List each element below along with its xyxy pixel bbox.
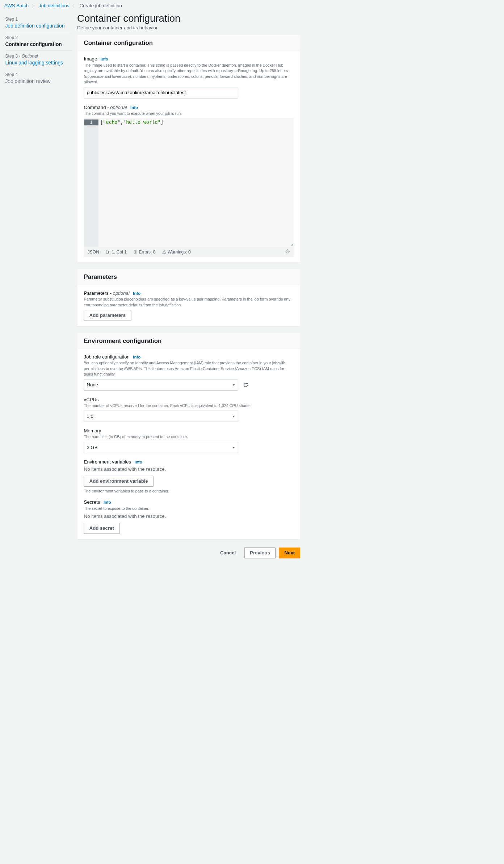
field-label: Parameters - optional [84,290,130,296]
info-link[interactable]: Info [135,460,142,465]
step-num: Step 3 - Optional [5,54,72,59]
info-link[interactable]: Info [101,57,108,62]
editor-settings-button[interactable] [285,249,290,255]
step-4: Step 4 Job definition review [5,69,72,87]
info-link[interactable]: Info [133,355,140,360]
add-env-var-button[interactable]: Add environment variable [84,476,154,487]
field-label: Command - optional [84,105,127,110]
field-label: Job role configuration [84,354,130,360]
editor-warnings: Warnings: 0 [162,249,190,255]
panel-title: Container configuration [84,39,294,46]
step-1: Step 1 Job definition configuration [5,14,72,32]
refresh-icon [243,382,249,388]
field-command: Command - optional Info The command you … [84,105,294,257]
field-desc: The secret to expose to the container. [84,506,294,511]
field-memory: Memory The hard limit (in GB) of memory … [84,428,294,453]
field-desc: The image used to start a container. Thi… [84,62,294,85]
step-3: Step 3 - Optional Linux and logging sett… [5,51,72,69]
info-link[interactable]: Info [133,291,140,296]
wizard-footer: Cancel Previous Next [77,546,300,560]
step-2: Step 2 Container configuration [5,32,72,51]
field-parameters: Parameters - optional Info Parameter sub… [84,290,294,321]
editor-statusbar: JSON Ln 1, Col 1 Errors: 0 Warnings: 0 [84,247,293,257]
previous-button[interactable]: Previous [244,548,276,558]
editor-cursor-pos: Ln 1, Col 1 [106,249,127,255]
panel-title: Parameters [84,274,294,281]
command-editor[interactable]: 1 ["echo","hello world"] ◢ JSON Ln 1, Co… [84,118,294,257]
editor-errors: Errors: 0 [133,249,156,255]
add-secret-button[interactable]: Add secret [84,523,119,534]
field-vcpus: vCPUs The number of vCPUs reserved for t… [84,397,294,422]
step-num: Step 4 [5,72,72,77]
page-subtitle: Define your container and its behavior [77,25,300,31]
step-title-current: Container configuration [5,42,72,47]
line-number: 1 [84,119,98,125]
step-title: Job definition review [5,79,72,84]
field-desc: The command you want to execute when you… [84,111,294,117]
empty-text: No items associated with the resource. [84,466,294,472]
breadcrumb-link[interactable]: AWS Batch [4,3,29,8]
breadcrumb-link[interactable]: Job definitions [39,3,69,8]
job-role-select[interactable]: None▼ [84,379,238,391]
step-link[interactable]: Linux and logging settings [5,60,63,66]
chevron-right-icon: 〉 [32,3,35,8]
field-label: Environment variables [84,459,131,465]
panel-parameters: Parameters Parameters - optional Info Pa… [77,269,300,326]
wizard-steps: Step 1 Job definition configuration Step… [2,12,75,560]
cancel-button[interactable]: Cancel [215,548,241,558]
add-parameters-button[interactable]: Add parameters [84,310,131,321]
field-desc: The hard limit (in GB) of memory to pres… [84,434,294,440]
warning-icon [162,250,166,254]
caret-down-icon: ▼ [232,383,235,387]
refresh-button[interactable] [243,382,249,388]
editor-content[interactable]: ["echo","hello world"] ◢ [98,119,293,247]
field-env-vars: Environment variables Info No items asso… [84,459,294,493]
editor-lang: JSON [88,249,99,255]
image-input[interactable] [84,87,238,98]
field-image: Image Info The image used to start a con… [84,56,294,98]
breadcrumb-current: Create job definition [80,3,122,8]
next-button[interactable]: Next [279,548,301,558]
caret-down-icon: ▼ [232,446,235,449]
memory-select[interactable]: 2 GB▼ [84,442,238,453]
vcpus-select[interactable]: 1.0▼ [84,411,238,422]
gear-icon [285,249,290,253]
chevron-right-icon: 〉 [73,3,76,8]
resize-handle-icon[interactable]: ◢ [291,242,293,246]
field-desc: Parameter substitution placeholders are … [84,297,294,308]
caret-down-icon: ▼ [232,415,235,418]
field-secrets: Secrets Info The secret to expose to the… [84,499,294,534]
field-label: vCPUs [84,397,99,402]
field-desc: The number of vCPUs reserved for the con… [84,403,294,408]
svg-point-1 [287,251,288,252]
breadcrumb: AWS Batch 〉 Job definitions 〉 Create job… [0,0,302,9]
step-link[interactable]: Job definition configuration [5,23,64,29]
field-desc: You can optionally specify an Identity a… [84,360,294,377]
info-link[interactable]: Info [104,500,111,505]
error-icon [133,250,138,254]
step-num: Step 2 [5,35,72,40]
empty-text: No items associated with the resource. [84,513,294,519]
field-label: Image [84,56,97,62]
field-label: Memory [84,428,101,433]
info-link[interactable]: Info [130,105,138,110]
field-job-role: Job role configuration Info You can opti… [84,354,294,391]
step-num: Step 1 [5,17,72,22]
panel-title: Environment configuration [84,337,294,344]
panel-environment: Environment configuration Job role confi… [77,333,300,539]
editor-gutter: 1 [84,119,98,247]
page-title: Container configuration [77,12,300,24]
panel-container: Container configuration Image Info The i… [77,35,300,263]
field-label: Secrets [84,499,100,505]
field-note: The environment variables to pass to a c… [84,489,294,494]
